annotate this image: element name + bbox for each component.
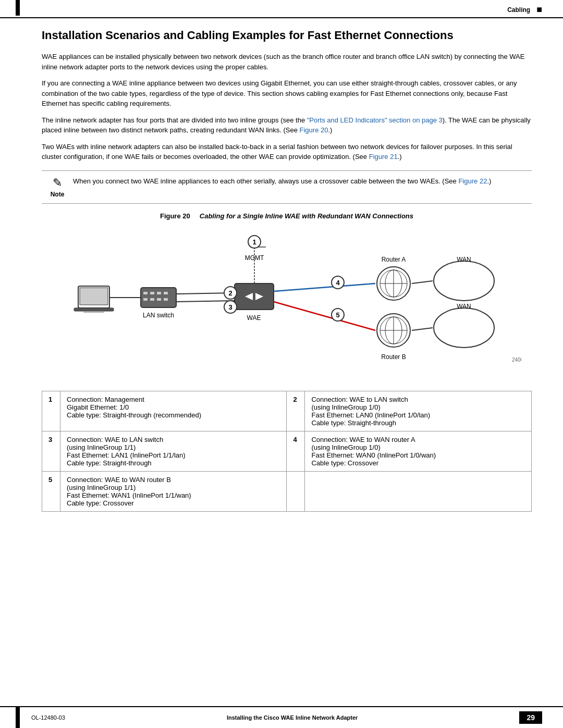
bottom-bar: OL-12480-03 Installing the Cisco WAE Inl… [0,706,563,728]
ports-led-link[interactable]: "Ports and LED Indicators" section on pa… [307,116,443,124]
wan-cloud-top [434,261,494,301]
lan-switch-label: LAN switch [143,312,174,319]
diagram-id: 240087 [512,357,521,363]
badge-1-text: 1 [252,238,256,246]
section-label: Cabling [507,6,530,14]
figure22-link[interactable]: Figure 22 [458,177,487,185]
row1-content: Connection: Management Gigabit Ethernet:… [60,391,287,431]
laptop-icon [74,286,114,313]
figure21-link[interactable]: Figure 21 [369,153,398,161]
svg-point-27 [434,308,494,348]
wae-icon [235,283,274,310]
router-b-icon [377,314,410,347]
badge-5-text: 5 [336,311,339,319]
page-title: Installation Scenarios and Cabling Examp… [42,29,532,42]
note-text: When you connect two WAE inline applianc… [73,176,532,187]
wan-top-label: WAN [457,256,471,263]
wae-label: WAE [247,314,261,322]
router-b-label: Router B [381,353,406,361]
note-section: ✎ Note When you connect two WAE inline a… [42,170,532,204]
routera-to-wan [412,281,433,283]
table-row-2: 3 Connection: WAE to LAN switch (using I… [42,431,532,471]
pencil-icon: ✎ [53,176,62,190]
diagram-svg: 1 2 3 4 5 MGMT LAN switch [52,226,521,372]
row3-content2-empty [305,471,532,511]
table-row-3: 5 Connection: WAE to WAN router B (using… [42,471,532,511]
row2-num2: 4 [287,431,305,471]
svg-rect-11 [157,298,161,301]
row1-num2: 2 [287,391,305,431]
svg-rect-1 [80,288,108,305]
footer-page: 29 [519,711,542,724]
wan-cloud-bottom [434,308,494,348]
connection-table: 1 Connection: Management Gigabit Etherne… [42,391,532,512]
svg-rect-10 [150,298,154,301]
routerb-to-wan [412,328,433,330]
svg-rect-8 [164,292,168,294]
badge-4-text: 4 [336,279,340,287]
note-icon-col: ✎ Note [42,176,73,198]
main-content: Installation Scenarios and Cabling Examp… [0,18,563,522]
figure-number: Figure 20 [160,212,198,220]
paragraph-2: If you are connecting a WAE inline appli… [42,78,532,109]
paragraph-3: The inline network adapter has four port… [42,115,532,135]
svg-rect-4 [141,288,176,307]
row3-num2-empty [287,471,305,511]
row1-num: 1 [42,391,60,431]
figure-caption: Figure 20 Cabling for a Single Inline WA… [42,212,532,220]
lan-switch-icon [141,288,176,307]
svg-rect-6 [150,292,154,294]
footer-center: Installing the Cisco WAE Inline Network … [227,714,358,721]
mgmt-label: MGMT [245,254,264,262]
bottom-left-bar [16,707,20,728]
badge-2-text: 2 [228,289,232,297]
row3-content: Connection: WAE to WAN router B (using I… [60,471,287,511]
footer-left: OL-12480-03 [21,714,65,721]
svg-rect-12 [164,298,168,301]
paragraph-4: Two WAEs with inline network adapters ca… [42,142,532,162]
top-left-bar [16,0,20,16]
figure-section: Figure 20 Cabling for a Single Inline WA… [42,212,532,382]
paragraph-1: WAE appliances can be installed physical… [42,52,532,72]
row1-content2: Connection: WAE to LAN switch (using Inl… [305,391,532,431]
router-a-icon [377,267,410,300]
table-row-1: 1 Connection: Management Gigabit Etherne… [42,391,532,431]
switch-to-wae-bottom [176,301,235,302]
badge-3-text: 3 [228,303,232,311]
svg-rect-2 [74,308,114,311]
svg-rect-3 [83,311,104,313]
figure20-link[interactable]: Figure 20 [300,126,328,134]
svg-rect-5 [143,292,148,294]
svg-point-26 [434,261,494,301]
svg-rect-7 [157,292,161,294]
row2-content: Connection: WAE to LAN switch (using Inl… [60,431,287,471]
note-label: Note [51,191,65,198]
row2-content2: Connection: WAE to WAN router A (using I… [305,431,532,471]
wae-to-routera-line [274,283,375,291]
router-a-label: Router A [382,256,406,263]
page: Cabling ■ Installation Scenarios and Cab… [0,0,563,728]
svg-rect-9 [143,298,148,301]
figure-caption-text: Cabling for a Single Inline WAE with Red… [200,212,413,220]
diagram-container: 1 2 3 4 5 MGMT LAN switch [42,226,532,382]
top-bar: Cabling ■ [0,0,563,18]
header-square: ■ [536,4,542,15]
wae-to-routerb-line [274,302,375,330]
wan-bottom-label: WAN [457,303,471,310]
row2-num: 3 [42,431,60,471]
svg-rect-13 [235,283,274,310]
row3-num: 5 [42,471,60,511]
